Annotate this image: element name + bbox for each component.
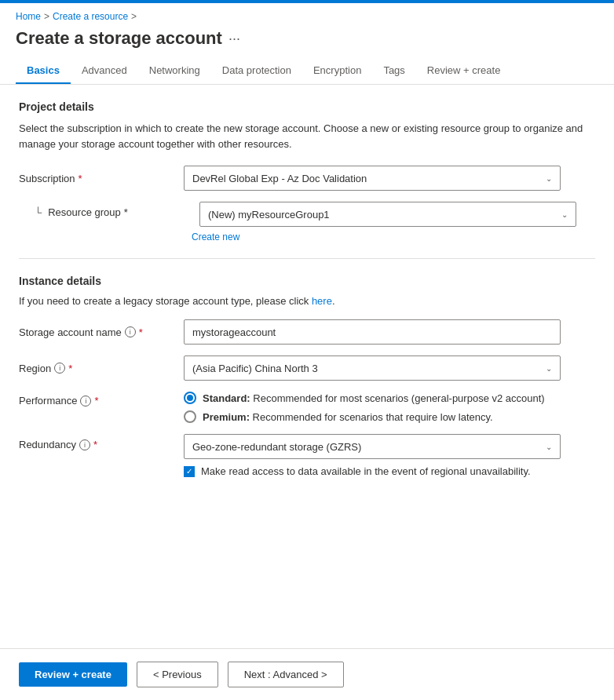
region-value: (Asia Pacific) China North 3 <box>192 363 318 374</box>
breadcrumb-sep2: > <box>131 11 137 22</box>
region-control: (Asia Pacific) China North 3 ⌄ <box>184 355 561 381</box>
performance-row: Performance i * Standard: Recommended fo… <box>19 392 595 423</box>
tab-basics[interactable]: Basics <box>16 58 71 84</box>
storage-name-info-icon[interactable]: i <box>125 326 136 337</box>
project-details-section: Project details Select the subscription … <box>19 100 595 242</box>
subscription-dropdown[interactable]: DevRel Global Exp - Az Doc Validation ⌄ <box>184 166 561 191</box>
region-info-icon[interactable]: i <box>54 363 65 374</box>
tab-data-protection[interactable]: Data protection <box>211 58 302 84</box>
redundancy-checkbox[interactable] <box>184 466 195 477</box>
create-new-link[interactable]: Create new <box>192 232 595 242</box>
resource-group-control: (New) myResourceGroup1 ⌄ <box>199 202 576 227</box>
review-create-button[interactable]: Review + create <box>19 662 127 687</box>
subscription-control: DevRel Global Exp - Az Doc Validation ⌄ <box>184 166 561 191</box>
next-button[interactable]: Next : Advanced > <box>228 662 344 687</box>
main-content: Project details Select the subscription … <box>0 85 614 567</box>
breadcrumb-sep1: > <box>44 11 49 22</box>
storage-account-name-input[interactable] <box>184 319 561 345</box>
region-dropdown[interactable]: (Asia Pacific) China North 3 ⌄ <box>184 355 561 381</box>
instance-details-section: Instance details If you need to create a… <box>19 275 595 477</box>
performance-premium-option[interactable]: Premium: Recommended for scenarios that … <box>184 410 561 423</box>
footer-spacer <box>19 488 595 551</box>
page-title: Create a storage account <box>16 28 222 49</box>
resource-group-label: Resource group * <box>19 202 192 218</box>
redundancy-row: Redundancy i * Geo-zone-redundant storag… <box>19 434 595 477</box>
redundancy-label: Redundancy i * <box>19 434 176 450</box>
subscription-value: DevRel Global Exp - Az Doc Validation <box>192 173 367 184</box>
redundancy-info-icon[interactable]: i <box>79 439 90 450</box>
performance-premium-radio[interactable] <box>184 410 196 423</box>
redundancy-value: Geo-zone-redundant storage (GZRS) <box>192 441 361 453</box>
instance-note: If you need to create a legacy storage a… <box>19 295 595 307</box>
legacy-here-link[interactable]: here <box>312 295 332 307</box>
page-ellipsis[interactable]: ··· <box>228 31 240 47</box>
page-header: Create a storage account ··· <box>0 27 614 58</box>
performance-info-icon[interactable]: i <box>80 396 91 407</box>
performance-label: Performance i * <box>19 392 176 407</box>
tab-networking[interactable]: Networking <box>138 58 211 84</box>
breadcrumb: Home > Create a resource > <box>0 3 614 27</box>
tabs-container: Basics Advanced Networking Data protecti… <box>0 58 614 85</box>
storage-account-name-control <box>184 319 561 345</box>
previous-button[interactable]: < Previous <box>137 662 218 687</box>
storage-account-name-row: Storage account name i * <box>19 319 595 345</box>
subscription-label: Subscription * <box>19 173 176 184</box>
region-label: Region i * <box>19 363 176 374</box>
project-details-desc: Select the subscription in which to crea… <box>19 121 595 151</box>
chevron-down-icon: ⌄ <box>546 364 552 373</box>
performance-options: Standard: Recommended for most scenarios… <box>184 392 561 423</box>
chevron-down-icon: ⌄ <box>561 210 568 219</box>
footer: Review + create < Previous Next : Advanc… <box>0 648 614 700</box>
redundancy-checkbox-label: Make read access to data available in th… <box>201 465 531 477</box>
tab-review-create[interactable]: Review + create <box>416 58 512 84</box>
redundancy-control: Geo-zone-redundant storage (GZRS) ⌄ Make… <box>184 434 561 477</box>
resource-group-row: Resource group * (New) myResourceGroup1 … <box>19 202 595 227</box>
tab-encryption[interactable]: Encryption <box>302 58 372 84</box>
breadcrumb-home[interactable]: Home <box>16 11 41 22</box>
tab-advanced[interactable]: Advanced <box>71 58 138 84</box>
subscription-row: Subscription * DevRel Global Exp - Az Do… <box>19 166 595 191</box>
section-divider-1 <box>19 258 595 259</box>
resource-group-dropdown[interactable]: (New) myResourceGroup1 ⌄ <box>199 202 576 227</box>
storage-account-name-label: Storage account name i * <box>19 326 176 338</box>
resource-group-value: (New) myResourceGroup1 <box>208 209 330 221</box>
instance-details-title: Instance details <box>19 275 595 287</box>
project-details-title: Project details <box>19 100 595 113</box>
performance-standard-radio[interactable] <box>184 392 196 404</box>
redundancy-checkbox-row[interactable]: Make read access to data available in th… <box>184 465 561 477</box>
chevron-down-icon: ⌄ <box>546 174 552 183</box>
chevron-down-icon: ⌄ <box>546 443 552 451</box>
region-row: Region i * (Asia Pacific) China North 3 … <box>19 355 595 381</box>
redundancy-dropdown[interactable]: Geo-zone-redundant storage (GZRS) ⌄ <box>184 434 561 459</box>
breadcrumb-create-resource[interactable]: Create a resource <box>53 11 128 22</box>
tab-tags[interactable]: Tags <box>372 58 415 84</box>
performance-standard-option[interactable]: Standard: Recommended for most scenarios… <box>184 392 561 404</box>
